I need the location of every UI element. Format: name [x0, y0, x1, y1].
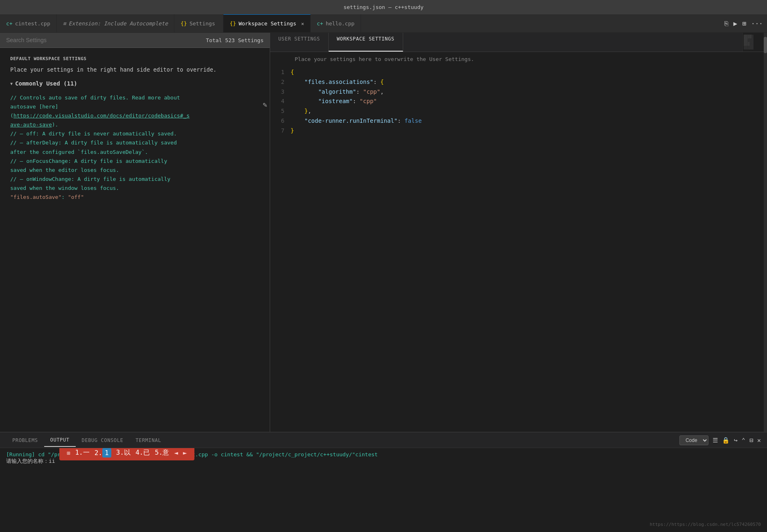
code-line-runner: "code-runner.runInTerminal": false	[291, 116, 759, 126]
code-link-2[interactable]: ave-auto-save	[10, 122, 52, 128]
arrow-right-icon[interactable]: ↪	[734, 437, 738, 444]
workspace-icon: {}	[230, 20, 236, 27]
layout-icon[interactable]: ⊞	[742, 20, 746, 27]
code-line-9: saved when the editor loses focus.	[10, 166, 259, 175]
line-num-7: 7	[270, 126, 284, 136]
code-line-brace-close: }	[291, 126, 759, 136]
bottom-tabs: PROBLEMS OUTPUT DEBUG CONSOLE TERMINAL C…	[0, 433, 767, 448]
settings-description: Place your settings in the right hand si…	[10, 66, 259, 73]
code-line-6: // – afterDelay: A dirty file is automat…	[10, 138, 259, 147]
gutter-pencil-icon[interactable]: ✎	[263, 100, 267, 109]
bottom-controls: Code ☰ 🔒 ↪ ⌃ ⊟ ✕	[679, 435, 761, 445]
tab-workspace-settings-right[interactable]: WORKSPACE SETTINGS	[329, 33, 403, 52]
cpp2-icon: c+	[317, 20, 323, 27]
ime-next-icon[interactable]: ►	[183, 449, 187, 457]
minimap: ▓▓▓▓▒▓▓▒▒▒▓▓▓▒▒▒▒▒▒▒	[742, 33, 767, 52]
split-panel-icon[interactable]: ⊟	[749, 437, 753, 444]
group-title[interactable]: Commonly Used (11)	[10, 80, 259, 87]
bottom-url: https://https://blog.csdn.net/lc57426057…	[650, 522, 761, 527]
code-line-iostream: "iostream": "cpp"	[291, 97, 759, 106]
lock-icon[interactable]: 🔒	[722, 437, 730, 444]
code-line-12: "files.autoSave": "off"	[10, 193, 259, 202]
editor-tabs: USER SETTINGS WORKSPACE SETTINGS ▓▓▓▓▒▓▓…	[270, 33, 767, 52]
ime-item-4[interactable]: 4.已	[135, 449, 150, 457]
tab-settings-label: Settings	[189, 20, 215, 27]
ime-item-2[interactable]: 2.1	[95, 449, 111, 457]
section-title: DEFAULT WORKSPACE SETTINGS	[10, 56, 259, 61]
tab-debug-console[interactable]: DEBUG CONSOLE	[76, 434, 130, 446]
close-icon[interactable]: ✕	[301, 21, 304, 27]
cpp-icon: c+	[6, 20, 13, 27]
ime-grid-icon: ⊞	[67, 450, 70, 456]
tab-workspace-label: Workspace Settings	[239, 20, 296, 27]
close-panel-icon[interactable]: ✕	[757, 437, 761, 444]
code-line-3: (https://code.visualstudio.com/docs/edit…	[10, 111, 259, 120]
split-icon[interactable]: ⎘	[724, 20, 729, 27]
menu-icon: ≡	[63, 20, 66, 27]
tab-extension[interactable]: ≡ Extension: Include Autocomplete	[57, 14, 174, 32]
line-num-1: 1	[270, 68, 284, 77]
title-bar: settings.json — c++stuudy	[0, 0, 767, 14]
code-line-11: saved when the window loses focus.	[10, 184, 259, 193]
list-icon[interactable]: ☰	[713, 437, 718, 444]
tab-problems[interactable]: PROBLEMS	[6, 434, 44, 446]
code-selector[interactable]: Code	[679, 435, 708, 445]
search-bar: Total 523 Settings	[0, 33, 270, 48]
scrollbar-thumb	[764, 37, 767, 53]
search-input[interactable]	[6, 37, 206, 43]
tab-output[interactable]: OUTPUT	[44, 434, 76, 447]
bottom-panel: PROBLEMS OUTPUT DEBUG CONSOLE TERMINAL C…	[0, 432, 767, 532]
code-line-files-assoc: "files.associations": {	[291, 77, 759, 87]
line-numbers: 1 2 3 4 5 6 7	[270, 68, 291, 430]
editor-content[interactable]: 1 2 3 4 5 6 7 { "files.associations": { …	[270, 65, 767, 432]
play-icon[interactable]: ▶	[733, 20, 738, 27]
settings-icon: {}	[180, 20, 187, 27]
line-num-5: 5	[270, 106, 284, 116]
ime-item-5[interactable]: 5.意	[155, 449, 169, 457]
code-link[interactable]: https://code.visualstudio.com/docs/edito…	[14, 113, 189, 119]
search-total: Total 523 Settings	[206, 37, 264, 43]
ime-prev-icon[interactable]: ◄	[174, 449, 178, 457]
settings-content: DEFAULT WORKSPACE SETTINGS Place your se…	[0, 48, 270, 432]
code-line-5: // – off: A dirty file is never automati…	[10, 129, 259, 138]
code-area[interactable]: { "files.associations": { "algorithm": "…	[291, 68, 767, 430]
code-line-4: ave-auto-save).	[10, 120, 259, 129]
settings-panel: Total 523 Settings DEFAULT WORKSPACE SET…	[0, 33, 270, 432]
editor-panel: USER SETTINGS WORKSPACE SETTINGS ▓▓▓▓▒▓▓…	[270, 33, 767, 432]
more-icon[interactable]: ···	[751, 20, 763, 27]
tab-extension-label: Extension: Include Autocomplete	[69, 20, 168, 27]
editor-hint: Place your settings here to overwrite th…	[270, 52, 767, 65]
tab-hello-label: hello.cpp	[326, 20, 354, 27]
line-num-3: 3	[270, 87, 284, 97]
settings-code-block: // Controls auto save of dirty files. Re…	[10, 93, 259, 202]
tab-workspace-settings[interactable]: {} Workspace Settings ✕	[223, 14, 311, 32]
tab-settings[interactable]: {} Settings	[174, 14, 223, 32]
arrow-up-icon[interactable]: ⌃	[742, 437, 745, 444]
code-line-algo: "algorithm": "cpp",	[291, 87, 759, 97]
title-text: settings.json — c++stuudy	[343, 4, 424, 10]
code-line-brace-open: {	[291, 68, 759, 77]
code-line-8: // – onFocusChange: A dirty file is auto…	[10, 157, 259, 166]
tab-user-settings[interactable]: USER SETTINGS	[270, 33, 329, 52]
code-line-2: autosave [here]	[10, 102, 259, 111]
line-num-6: 6	[270, 116, 284, 126]
code-line-close-obj: },	[291, 106, 759, 116]
main-content: Total 523 Settings DEFAULT WORKSPACE SET…	[0, 33, 767, 432]
code-line-1: // Controls auto save of dirty files. Re…	[10, 93, 259, 102]
line-num-4: 4	[270, 97, 284, 106]
tab-cintest-label: cintest.cpp	[15, 20, 50, 27]
terminal-content[interactable]: [Running] cd "/project/c_project/c++stuu…	[0, 448, 767, 532]
code-line-7: after the configured `files.autoSaveDela…	[10, 148, 259, 157]
right-scrollbar[interactable]	[764, 33, 767, 432]
ime-item-3[interactable]: 3.以	[116, 449, 131, 457]
ime-item-1[interactable]: 1.一	[75, 449, 89, 457]
ime-bar[interactable]: ⊞ 1.一 2.1 3.以 4.已 5.意 ◄ ►	[59, 448, 194, 460]
tab-cintest[interactable]: c+ cintest.cpp	[0, 14, 57, 32]
code-line-10: // – onWindowChange: A dirty file is aut…	[10, 175, 259, 184]
toolbar-right: ⎘ ▶ ⊞ ···	[720, 14, 767, 32]
line-num-2: 2	[270, 77, 284, 87]
tab-bar: c+ cintest.cpp ≡ Extension: Include Auto…	[0, 14, 767, 33]
tab-terminal[interactable]: TERMINAL	[129, 434, 167, 446]
tab-hello[interactable]: c+ hello.cpp	[311, 14, 361, 32]
